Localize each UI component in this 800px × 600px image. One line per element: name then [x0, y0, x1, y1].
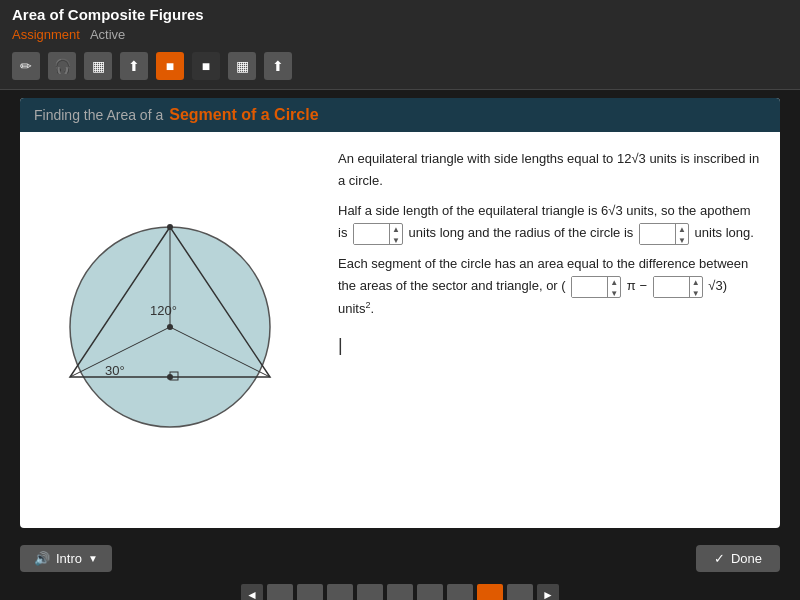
nav-row: ◄ ►: [0, 580, 800, 600]
square-dark-button[interactable]: ■: [192, 52, 220, 80]
nav-next-button[interactable]: ►: [537, 584, 559, 600]
intro-button[interactable]: 🔊 Intro ▼: [20, 545, 112, 572]
apothem-up-arrow[interactable]: ▲: [390, 224, 402, 235]
nav-box-9[interactable]: [507, 584, 533, 600]
svg-point-6: [167, 324, 173, 330]
nav-box-7[interactable]: [447, 584, 473, 600]
circle-diagram: 120° 30°: [50, 207, 290, 447]
toolbar-row: ✏ 🎧 ▦ ⬆ ■ ■ ▦ ⬆: [12, 52, 788, 80]
triangle-coeff-arrows[interactable]: ▲ ▼: [689, 277, 702, 297]
section-title-prefix: Finding the Area of a: [34, 107, 163, 123]
triangle-coeff-up[interactable]: ▲: [690, 277, 702, 288]
active-badge: Active: [90, 27, 125, 42]
top-bar: Area of Composite Figures Assignment Act…: [0, 0, 800, 90]
problem-line3: Each segment of the circle has an area e…: [338, 253, 762, 320]
nav-box-6[interactable]: [417, 584, 443, 600]
content-body: 120° 30° An equilateral triangle with si…: [20, 132, 780, 522]
svg-point-7: [167, 224, 173, 230]
nav-box-1[interactable]: [267, 584, 293, 600]
check-icon: ✓: [714, 551, 725, 566]
bottom-bar: 🔊 Intro ▼ ✓ Done: [0, 536, 800, 580]
speaker-icon: 🔊: [34, 551, 50, 566]
problem-line1: An equilateral triangle with side length…: [338, 148, 762, 192]
done-label: Done: [731, 551, 762, 566]
diagram-area: 120° 30°: [20, 132, 320, 522]
intro-label: Intro: [56, 551, 82, 566]
grid2-button[interactable]: ▦: [228, 52, 256, 80]
nav-box-3[interactable]: [327, 584, 353, 600]
intro-chevron: ▼: [88, 553, 98, 564]
radius-input[interactable]: ▲ ▼: [639, 223, 689, 245]
up-button[interactable]: ⬆: [120, 52, 148, 80]
apothem-down-arrow[interactable]: ▼: [390, 235, 402, 246]
apothem-input[interactable]: ▲ ▼: [353, 223, 403, 245]
pencil-button[interactable]: ✏: [12, 52, 40, 80]
triangle-coeff-input[interactable]: ▲ ▼: [653, 276, 703, 298]
done-button[interactable]: ✓ Done: [696, 545, 780, 572]
angle-120-label: 120°: [150, 303, 177, 318]
problem-line2: Half a side length of the equilateral tr…: [338, 200, 762, 245]
nav-box-5[interactable]: [387, 584, 413, 600]
apothem-value[interactable]: [354, 224, 389, 244]
svg-point-8: [167, 374, 173, 380]
sector-coeff-input[interactable]: ▲ ▼: [571, 276, 621, 298]
square-orange-button[interactable]: ■: [156, 52, 184, 80]
nav-box-2[interactable]: [297, 584, 323, 600]
angle-30-label: 30°: [105, 363, 125, 378]
radius-down-arrow[interactable]: ▼: [676, 235, 688, 246]
radius-value[interactable]: [640, 224, 675, 244]
text-area: An equilateral triangle with side length…: [320, 132, 780, 522]
cursor-indicator: |: [338, 330, 762, 361]
assignment-link[interactable]: Assignment: [12, 27, 80, 42]
grid-button[interactable]: ▦: [84, 52, 112, 80]
page-title: Area of Composite Figures: [12, 6, 204, 23]
main-content: Finding the Area of a Segment of a Circl…: [20, 98, 780, 528]
radius-arrows[interactable]: ▲ ▼: [675, 224, 688, 244]
section-header: Finding the Area of a Segment of a Circl…: [20, 98, 780, 132]
sector-coeff-down[interactable]: ▼: [608, 288, 620, 299]
sector-coeff-value[interactable]: [572, 277, 607, 297]
nav-box-8[interactable]: [477, 584, 503, 600]
headphone-button[interactable]: 🎧: [48, 52, 76, 80]
apothem-arrows[interactable]: ▲ ▼: [389, 224, 402, 244]
nav-box-4[interactable]: [357, 584, 383, 600]
triangle-coeff-value[interactable]: [654, 277, 689, 297]
up2-button[interactable]: ⬆: [264, 52, 292, 80]
sector-coeff-up[interactable]: ▲: [608, 277, 620, 288]
section-title: Segment of a Circle: [169, 106, 318, 124]
radius-up-arrow[interactable]: ▲: [676, 224, 688, 235]
nav-prev-button[interactable]: ◄: [241, 584, 263, 600]
triangle-coeff-down[interactable]: ▼: [690, 288, 702, 299]
sector-coeff-arrows[interactable]: ▲ ▼: [607, 277, 620, 297]
